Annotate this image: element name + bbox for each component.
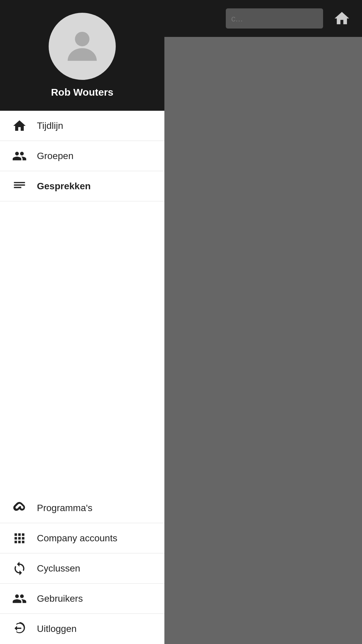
sidebar-item-gebruikers[interactable]: Gebruikers <box>0 584 164 614</box>
profile-header: Rob Wouters <box>0 0 164 111</box>
cycles-icon <box>12 561 27 576</box>
sidebar-item-tijdlijn-label: Tijdlijn <box>37 120 63 131</box>
sidebar-item-cyclussen-label: Cyclussen <box>37 563 80 574</box>
users-icon <box>12 591 27 606</box>
sidebar-item-groepen[interactable]: Groepen <box>0 141 164 171</box>
programs-icon <box>12 501 27 515</box>
sidebar-item-tijdlijn[interactable]: Tijdlijn <box>0 111 164 141</box>
avatar <box>49 13 116 80</box>
conversations-icon <box>12 179 27 194</box>
sidebar-item-cyclussen[interactable]: Cyclussen <box>0 553 164 584</box>
sidebar-item-uitloggen[interactable]: Uitloggen <box>0 614 164 644</box>
nav-spacer <box>0 201 164 493</box>
sidebar-item-gebruikers-label: Gebruikers <box>37 593 83 604</box>
sidebar-item-programmas[interactable]: Programma's <box>0 493 164 523</box>
svg-point-0 <box>75 32 89 46</box>
home-button[interactable] <box>328 7 355 30</box>
sidebar-item-uitloggen-label: Uitloggen <box>37 624 76 634</box>
sidebar-item-gesprekken-label: Gesprekken <box>37 181 91 192</box>
right-panel <box>164 37 362 644</box>
home-nav-icon <box>12 118 27 133</box>
user-avatar-icon <box>60 24 104 68</box>
groups-icon <box>12 149 27 163</box>
company-icon <box>12 531 27 546</box>
sidebar-item-gesprekken[interactable]: Gesprekken <box>0 171 164 201</box>
sidebar-item-groepen-label: Groepen <box>37 151 73 161</box>
sidebar-item-company-accounts[interactable]: Company accounts <box>0 523 164 553</box>
sidebar-item-company-accounts-label: Company accounts <box>37 533 117 544</box>
search-input[interactable] <box>226 8 323 29</box>
drawer: Rob Wouters Tijdlijn Groepen Gesprekken <box>0 0 164 644</box>
logout-icon <box>12 622 27 636</box>
nav-list: Tijdlijn Groepen Gesprekken Programma's <box>0 111 164 644</box>
home-icon <box>333 10 351 27</box>
sidebar-item-programmas-label: Programma's <box>37 503 93 513</box>
profile-name: Rob Wouters <box>51 87 113 98</box>
